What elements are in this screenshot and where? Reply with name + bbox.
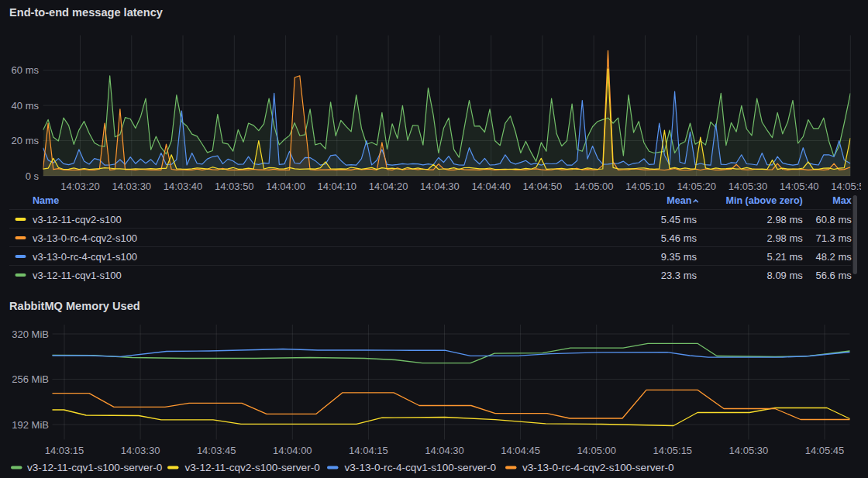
svg-text:23.3 ms: 23.3 ms: [661, 270, 698, 281]
svg-text:14:03:30: 14:03:30: [121, 445, 160, 456]
svg-text:Name: Name: [33, 195, 59, 206]
svg-text:14:04:30: 14:04:30: [420, 181, 460, 192]
svg-text:60 ms: 60 ms: [12, 64, 40, 76]
svg-text:192 MiB: 192 MiB: [12, 419, 49, 431]
svg-text:14:05:30: 14:05:30: [729, 445, 769, 456]
svg-text:v3-12-11-cqv1-s100: v3-12-11-cqv1-s100: [33, 270, 122, 281]
svg-text:14:04:30: 14:04:30: [425, 445, 464, 456]
svg-text:14:04:00: 14:04:00: [273, 445, 312, 456]
svg-text:14:04:15: 14:04:15: [349, 445, 388, 456]
svg-text:5.46 ms: 5.46 ms: [661, 232, 698, 244]
svg-text:14:03:45: 14:03:45: [197, 445, 236, 456]
svg-text:0 s: 0 s: [26, 170, 40, 182]
svg-text:5.45 ms: 5.45 ms: [661, 214, 698, 225]
svg-text:14:03:15: 14:03:15: [45, 445, 84, 456]
svg-text:RabbitMQ Memory Used: RabbitMQ Memory Used: [9, 300, 140, 312]
svg-text:Mean: Mean: [666, 195, 691, 206]
svg-text:320 MiB: 320 MiB: [12, 328, 49, 340]
svg-text:14:05:15: 14:05:15: [653, 445, 692, 456]
svg-text:14:04:00: 14:04:00: [266, 181, 305, 192]
svg-text:v3-12-11-cqv1-s100-server-0: v3-12-11-cqv1-s100-server-0: [27, 462, 163, 473]
svg-text:8.09 ms: 8.09 ms: [767, 270, 804, 281]
svg-text:Max: Max: [832, 195, 852, 206]
svg-text:14:05:00: 14:05:00: [574, 181, 614, 192]
svg-text:14:04:40: 14:04:40: [471, 181, 511, 192]
svg-text:71.3 ms: 71.3 ms: [816, 232, 852, 244]
svg-text:v3-13-0-rc-4-cqv1-s100: v3-13-0-rc-4-cqv1-s100: [33, 251, 137, 263]
svg-text:14:04:10: 14:04:10: [317, 181, 356, 192]
svg-text:256 MiB: 256 MiB: [12, 373, 49, 385]
svg-text:2.98 ms: 2.98 ms: [767, 232, 804, 244]
svg-text:v3-12-11-cqv2-s100-server-0: v3-12-11-cqv2-s100-server-0: [185, 462, 321, 473]
svg-text:14:05:45: 14:05:45: [805, 445, 845, 456]
svg-text:14:04:20: 14:04:20: [369, 181, 408, 192]
svg-text:14:05:10: 14:05:10: [625, 181, 665, 192]
svg-text:2.98 ms: 2.98 ms: [767, 214, 804, 225]
svg-text:14:03:20: 14:03:20: [60, 181, 100, 192]
svg-text:48.2 ms: 48.2 ms: [816, 251, 852, 263]
svg-text:14:05:00: 14:05:00: [577, 445, 616, 456]
svg-text:14:03:50: 14:03:50: [215, 181, 254, 192]
svg-text:14:05:30: 14:05:30: [728, 181, 768, 192]
svg-text:14:04:50: 14:04:50: [523, 181, 563, 192]
svg-text:Min (above zero): Min (above zero): [725, 195, 802, 206]
svg-text:5.21 ms: 5.21 ms: [767, 251, 804, 263]
svg-text:v3-13-0-rc-4-cqv1-s100-server-: v3-13-0-rc-4-cqv1-s100-server-0: [345, 462, 497, 473]
svg-text:14:04:45: 14:04:45: [501, 445, 540, 456]
svg-text:v3-12-11-cqv2-s100: v3-12-11-cqv2-s100: [33, 214, 122, 225]
svg-text:20 ms: 20 ms: [12, 135, 40, 146]
svg-text:End-to-end message latency: End-to-end message latency: [9, 6, 164, 19]
svg-text:14:05:20: 14:05:20: [677, 181, 716, 192]
svg-text:v3-13-0-rc-4-cqv2-s100: v3-13-0-rc-4-cqv2-s100: [33, 232, 137, 244]
svg-text:56.6 ms: 56.6 ms: [816, 270, 852, 281]
svg-text:14:03:40: 14:03:40: [164, 181, 203, 192]
svg-text:14:03:30: 14:03:30: [112, 181, 151, 192]
svg-text:v3-13-0-rc-4-cqv2-s100-server-: v3-13-0-rc-4-cqv2-s100-server-0: [522, 462, 674, 473]
svg-text:9.35 ms: 9.35 ms: [661, 251, 698, 263]
svg-text:14:05:40: 14:05:40: [780, 181, 819, 192]
svg-text:40 ms: 40 ms: [12, 100, 40, 112]
svg-text:60.8 ms: 60.8 ms: [816, 214, 852, 225]
